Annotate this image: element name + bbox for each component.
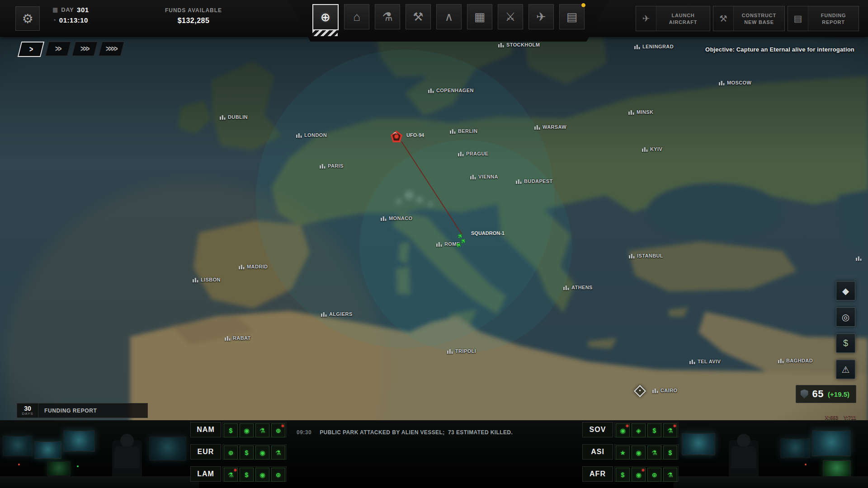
operator-silhouette	[114, 446, 140, 468]
region-row-sov: SOV◉◈$⚗	[582, 422, 679, 437]
asi-priority-button[interactable]: ★	[616, 446, 630, 460]
city-marker-cairo[interactable]: CAIRO	[652, 388, 677, 393]
city-icon	[498, 42, 504, 47]
city-marker-tel-aviv[interactable]: TEL AVIV	[689, 359, 721, 364]
city-marker-vienna[interactable]: VIENNA	[470, 174, 498, 179]
nam-relations-button[interactable]: ⊕	[271, 423, 285, 437]
toolbar-engineering-button[interactable]: ⚒	[406, 4, 431, 29]
sov-research-button[interactable]: ⚗	[663, 423, 677, 437]
city-marker-dublin[interactable]: DUBLIN	[220, 114, 248, 120]
city-marker-lisbon[interactable]: LISBON	[193, 277, 221, 282]
city-marker-rabat[interactable]: RABAT	[225, 335, 251, 341]
intel-icon: ◉	[620, 427, 625, 434]
cash-button[interactable]: $	[836, 333, 855, 353]
asi-intel-button[interactable]: ◉	[632, 446, 646, 460]
city-marker-paris[interactable]: PARIS	[320, 163, 344, 169]
city-icon	[428, 88, 434, 93]
asi-funding-button[interactable]: $	[663, 446, 677, 460]
city-marker-athens[interactable]: ATHENS	[563, 285, 593, 290]
city-label: MINSK	[637, 109, 653, 115]
city-label: MADRID	[247, 264, 268, 269]
eur-intel-button[interactable]: ◉	[255, 446, 269, 460]
afr-relations-button[interactable]: ⊕	[647, 468, 661, 482]
city-marker-istanbul[interactable]: ISTANBUL	[629, 253, 663, 258]
toolbar-training-button[interactable]: ▦	[467, 4, 492, 29]
eur-funding-button[interactable]: $	[240, 446, 254, 460]
console-led	[77, 465, 79, 467]
city-marker-stockholm[interactable]: STOCKHOLM	[498, 42, 540, 47]
nam-intel-button[interactable]: ◉	[240, 423, 254, 437]
city-marker-minsk[interactable]: MINSK	[628, 109, 653, 115]
base-icon: ⌂	[353, 10, 360, 24]
city-marker-copenhagen[interactable]: COPENHAGEN	[428, 88, 474, 93]
region-label-lam[interactable]: LAM	[190, 466, 221, 482]
squadron-label: SQUADRON-1	[471, 230, 505, 236]
city-marker-berlin[interactable]: BERLIN	[450, 128, 477, 134]
operator-silhouette	[737, 434, 750, 447]
eur-relations-button[interactable]: ⊕	[224, 446, 238, 460]
asi-research-button[interactable]: ⚗	[647, 446, 661, 460]
alien-materials-button[interactable]: ◆	[836, 281, 855, 300]
launch-label-line2: AIRCRAFT	[669, 19, 698, 25]
time-speed-1-button[interactable]: >	[18, 42, 44, 57]
region-label-asi[interactable]: ASI	[582, 444, 613, 460]
city-icon	[563, 285, 569, 290]
nam-research-button[interactable]: ⚗	[255, 423, 269, 437]
city-marker-baghdad[interactable]: BAGHDAD	[778, 358, 813, 363]
alerts-button[interactable]: ⚠	[836, 360, 855, 379]
city-marker-madrid[interactable]: MADRID	[239, 264, 268, 269]
settings-button[interactable]: ⚙	[15, 6, 40, 31]
city-marker-algiers[interactable]: ALGIERS	[321, 311, 353, 317]
afr-funding-button[interactable]: $	[616, 468, 630, 482]
sov-intel-button[interactable]: ◉	[616, 423, 630, 437]
toolbar-base-button[interactable]: ⌂	[344, 4, 369, 29]
city-marker-monaco[interactable]: MONACO	[381, 216, 413, 221]
toolbar-armory-button[interactable]: ⚔	[498, 4, 523, 29]
city-marker-budapest[interactable]: BUDAPEST	[516, 178, 553, 184]
lam-research-button[interactable]: ⚗	[224, 468, 238, 482]
alloys-button[interactable]: ◎	[836, 307, 855, 327]
city-marker-leningrad[interactable]: LENINGRAD	[634, 44, 674, 49]
toolbar-personnel-button[interactable]: ∧	[436, 4, 462, 29]
score-value: 65	[812, 388, 824, 400]
world-map[interactable]: STOCKHOLMHELSINKILENINGRADMOSCOWMINSKCOP…	[0, 0, 868, 488]
lam-relations-button[interactable]: ⊕	[271, 468, 285, 482]
afr-intel-button[interactable]: ◉	[632, 468, 646, 482]
region-label-sov[interactable]: SOV	[582, 422, 613, 437]
time-speed-3-button[interactable]: >>>	[72, 42, 98, 56]
ufo-marker[interactable]: UFO-94	[391, 131, 424, 142]
afr-research-button[interactable]: ⚗	[663, 468, 677, 482]
toolbar-research-button[interactable]: ⚗	[375, 4, 400, 29]
toolbar-stores-button[interactable]: ▤	[559, 4, 585, 29]
region-icons-nam: $◉⚗⊕	[222, 422, 287, 437]
launch-aircraft-button[interactable]: ✈ LAUNCH AIRCRAFT	[636, 6, 710, 31]
region-label-afr[interactable]: AFR	[582, 466, 613, 482]
lam-intel-button[interactable]: ◉	[255, 468, 269, 482]
city-marker-warsaw[interactable]: WARSAW	[534, 124, 566, 130]
city-marker-tripoli[interactable]: TRIPOLI	[447, 348, 476, 354]
console-screen	[149, 436, 186, 461]
lam-funding-button[interactable]: $	[240, 468, 254, 482]
city-marker-unlabeled[interactable]	[856, 256, 864, 261]
funding-report-button[interactable]: ▤ FUNDING REPORT	[788, 6, 859, 31]
city-marker-kyiv[interactable]: KYIV	[642, 146, 662, 152]
time-speed-2-button[interactable]: >>	[45, 42, 71, 56]
alerts-icon: ⚠	[842, 364, 850, 375]
funding-days-box: 30 DAYS	[17, 403, 38, 418]
region-label-nam[interactable]: NAM	[190, 422, 221, 437]
toolbar-aircraft-button[interactable]: ✈	[528, 4, 554, 29]
city-marker-moscow[interactable]: MOSCOW	[719, 80, 751, 85]
region-label-eur[interactable]: EUR	[190, 444, 221, 460]
chevron-icon: >>>>	[106, 44, 117, 53]
funding-report-bar[interactable]: 30 DAYS FUNDING REPORT	[17, 403, 148, 418]
sov-search-button[interactable]: ◈	[632, 423, 646, 437]
city-icon	[321, 312, 327, 317]
nam-funding-button[interactable]: $	[224, 423, 238, 437]
construct-new-base-button[interactable]: ⚒ CONSTRUCT NEW BASE	[713, 6, 785, 31]
toolbar-geoscape-button[interactable]: ⊕	[312, 4, 339, 30]
time-speed-4-button[interactable]: >>>>	[99, 42, 124, 56]
eur-research-button[interactable]: ⚗	[271, 446, 285, 460]
city-marker-london[interactable]: LONDON	[296, 132, 327, 138]
sov-funding-button[interactable]: $	[647, 423, 661, 437]
city-marker-prague[interactable]: PRAGUE	[458, 151, 488, 156]
